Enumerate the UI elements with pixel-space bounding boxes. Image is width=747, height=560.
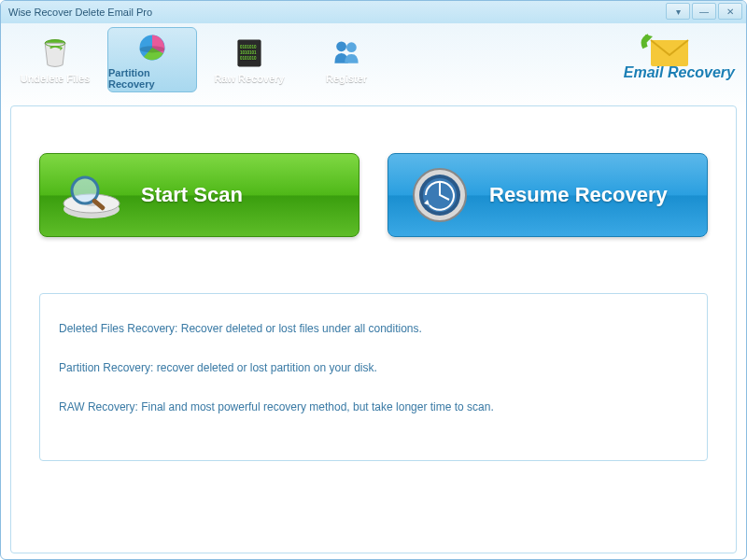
undelete-files-button[interactable]: Undelete Files — [10, 27, 100, 92]
binary-icon: 010101010101010101010 — [231, 35, 268, 71]
brand-logo: Email Recovery — [633, 29, 735, 81]
register-button[interactable]: Register — [302, 27, 391, 92]
action-row: Start Scan Resume Recovery — [39, 153, 708, 237]
start-scan-button[interactable]: Start Scan — [39, 153, 359, 237]
raw-recovery-button[interactable]: 010101010101010101010 Raw Recovery — [204, 27, 294, 92]
svg-point-10 — [346, 42, 357, 52]
start-scan-label: Start Scan — [141, 183, 243, 207]
trash-icon — [36, 35, 74, 71]
clock-restore-icon — [407, 162, 472, 228]
svg-text:1010101: 1010101 — [240, 50, 257, 55]
tool-label: Raw Recovery — [214, 73, 284, 84]
pie-chart-icon — [134, 30, 171, 65]
tool-label: Register — [326, 73, 367, 84]
window-controls: ▾ — ✕ — [666, 3, 742, 20]
tool-label: Undelete Files — [21, 73, 91, 84]
partition-recovery-button[interactable]: Partition Recovery — [107, 27, 197, 92]
envelope-icon — [638, 27, 698, 72]
svg-text:0101010: 0101010 — [240, 45, 257, 49]
people-icon — [328, 35, 365, 71]
svg-point-4 — [140, 46, 165, 52]
tool-label: Partition Recovery — [108, 67, 196, 90]
resume-recovery-label: Resume Recovery — [489, 183, 668, 207]
resume-recovery-button[interactable]: Resume Recovery — [388, 153, 708, 237]
info-line-1: Deleted Files Recovery: Recover deleted … — [59, 322, 688, 335]
window-title: Wise Recover Delete Email Pro — [8, 7, 152, 18]
info-line-2: Partition Recovery: recover deleted or l… — [59, 361, 688, 374]
info-panel: Deleted Files Recovery: Recover deleted … — [39, 293, 708, 461]
minimize-button[interactable]: — — [692, 3, 716, 20]
titlebar: Wise Recover Delete Email Pro ▾ — ✕ — [1, 1, 746, 23]
main-panel: Start Scan Resume Recovery Deleted Files… — [10, 105, 737, 553]
dropdown-button[interactable]: ▾ — [666, 3, 690, 20]
disk-search-icon — [59, 162, 124, 228]
app-window: Wise Recover Delete Email Pro ▾ — ✕ Unde… — [0, 0, 747, 560]
toolbar: Undelete Files Partition Recovery 010101… — [1, 23, 746, 96]
svg-point-9 — [336, 41, 346, 51]
info-line-3: RAW Recovery: Final and most powerful re… — [59, 400, 688, 413]
svg-text:0101010: 0101010 — [240, 56, 257, 61]
close-button[interactable]: ✕ — [718, 3, 742, 20]
